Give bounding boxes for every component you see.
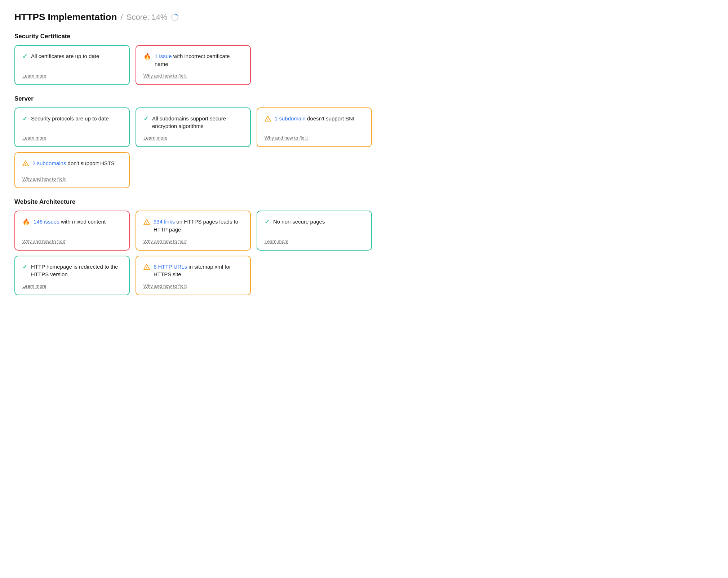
card-text: 1 issue with incorrect certificate name (155, 52, 243, 68)
fire-icon: 🔥 (22, 218, 30, 226)
card-top: ✓HTTP homepage is redirected to the HTTP… (22, 263, 122, 279)
card-highlight: 1 subdomain (275, 115, 306, 122)
cards-row-website-architecture-0: 🔥146 issues with mixed contentWhy and ho… (14, 211, 418, 251)
card-text: 2 subdomains don't support HSTS (32, 159, 115, 167)
card-link[interactable]: Learn more (143, 135, 243, 141)
card-top: ✓All subdomains support secure encryptio… (143, 115, 243, 131)
svg-text:!: ! (267, 118, 268, 121)
fire-icon: 🔥 (143, 53, 151, 60)
svg-text:!: ! (146, 221, 147, 225)
card-text: No non-secure pages (273, 218, 325, 226)
check-icon: ✓ (265, 218, 270, 226)
page-header: HTTPS Implementation / Score: 14% (14, 12, 418, 23)
section-title-server: Server (14, 95, 418, 102)
section-security-certificate: Security Certificate✓All certificates ar… (14, 33, 418, 85)
card-highlight: 934 links (154, 219, 175, 225)
cards-row-website-architecture-1: ✓HTTP homepage is redirected to the HTTP… (14, 256, 418, 296)
card-server-0-1: ✓All subdomains support secure encryptio… (136, 107, 251, 147)
card-text: 934 links on HTTPS pages leads to HTTP p… (154, 218, 243, 234)
card-server-0-0: ✓Security protocols are up to dateLearn … (14, 107, 130, 147)
card-text: 146 issues with mixed content (34, 218, 106, 226)
card-top: ✓No non-secure pages (265, 218, 364, 226)
section-website-architecture: Website Architecture🔥146 issues with mix… (14, 198, 418, 295)
card-website-architecture-0-2: ✓No non-secure pagesLearn more (257, 211, 372, 251)
card-link[interactable]: Why and how to fix it (143, 239, 243, 244)
card-website-architecture-0-1: ! 934 links on HTTPS pages leads to HTTP… (136, 211, 251, 251)
card-security-certificate-0-0: ✓All certificates are up to dateLearn mo… (14, 45, 130, 85)
card-link[interactable]: Why and how to fix it (22, 176, 122, 182)
card-text: All subdomains support secure encryption… (152, 115, 243, 131)
card-top: ! 6 HTTP URLs in sitemap.xml for HTTPS s… (143, 263, 243, 279)
card-link[interactable]: Learn more (22, 283, 122, 289)
card-top: ! 2 subdomains don't support HSTS (22, 159, 122, 167)
check-icon: ✓ (143, 115, 148, 123)
card-text: HTTP homepage is redirected to the HTTPS… (31, 263, 122, 279)
card-link[interactable]: Why and how to fix it (143, 73, 243, 79)
card-link[interactable]: Why and how to fix it (265, 135, 364, 141)
card-highlight: 6 HTTP URLs (154, 264, 187, 270)
card-text: Security protocols are up to date (31, 115, 109, 123)
cards-row-security-certificate-0: ✓All certificates are up to dateLearn mo… (14, 45, 418, 85)
card-link[interactable]: Why and how to fix it (143, 283, 243, 289)
card-link[interactable]: Learn more (22, 135, 122, 141)
card-server-0-2: ! 1 subdomain doesn't support SNIWhy and… (257, 107, 372, 147)
card-server-1-0: ! 2 subdomains don't support HSTSWhy and… (14, 152, 130, 188)
score-progress-icon (171, 13, 179, 21)
card-top: 🔥146 issues with mixed content (22, 218, 122, 226)
svg-text:!: ! (146, 266, 147, 269)
card-text: 6 HTTP URLs in sitemap.xml for HTTPS sit… (154, 263, 243, 279)
card-website-architecture-1-1: ! 6 HTTP URLs in sitemap.xml for HTTPS s… (136, 256, 251, 296)
check-icon: ✓ (22, 115, 27, 123)
card-top: ✓Security protocols are up to date (22, 115, 122, 123)
card-top: 🔥1 issue with incorrect certificate name (143, 52, 243, 68)
sections-container: Security Certificate✓All certificates ar… (14, 33, 418, 295)
check-icon: ✓ (22, 263, 27, 271)
card-top: ! 934 links on HTTPS pages leads to HTTP… (143, 218, 243, 234)
section-server: Server✓Security protocols are up to date… (14, 95, 418, 189)
section-title-security-certificate: Security Certificate (14, 33, 418, 40)
cards-row-server-0: ✓Security protocols are up to dateLearn … (14, 107, 418, 147)
warning-icon: ! (22, 160, 29, 167)
card-link[interactable]: Learn more (22, 73, 122, 79)
warning-icon: ! (143, 219, 150, 225)
page-title: HTTPS Implementation (14, 12, 117, 23)
card-text: All certificates are up to date (31, 52, 99, 60)
warning-icon: ! (265, 115, 271, 122)
section-title-website-architecture: Website Architecture (14, 198, 418, 206)
score-text: Score: 14% (126, 13, 168, 22)
card-highlight: 146 issues (34, 219, 59, 225)
card-text: 1 subdomain doesn't support SNI (275, 115, 354, 123)
card-link[interactable]: Why and how to fix it (22, 239, 122, 244)
card-highlight: 2 subdomains (32, 160, 66, 166)
card-website-architecture-1-0: ✓HTTP homepage is redirected to the HTTP… (14, 256, 130, 296)
warning-icon: ! (143, 264, 150, 270)
card-link[interactable]: Learn more (265, 239, 364, 244)
svg-text:!: ! (25, 163, 26, 166)
card-top: ! 1 subdomain doesn't support SNI (265, 115, 364, 123)
card-website-architecture-0-0: 🔥146 issues with mixed contentWhy and ho… (14, 211, 130, 251)
score-separator: / (121, 13, 123, 22)
check-icon: ✓ (22, 53, 27, 60)
cards-row-server-1: ! 2 subdomains don't support HSTSWhy and… (14, 152, 418, 188)
card-top: ✓All certificates are up to date (22, 52, 122, 60)
card-highlight: 1 issue (155, 53, 172, 59)
card-security-certificate-0-1: 🔥1 issue with incorrect certificate name… (136, 45, 251, 85)
